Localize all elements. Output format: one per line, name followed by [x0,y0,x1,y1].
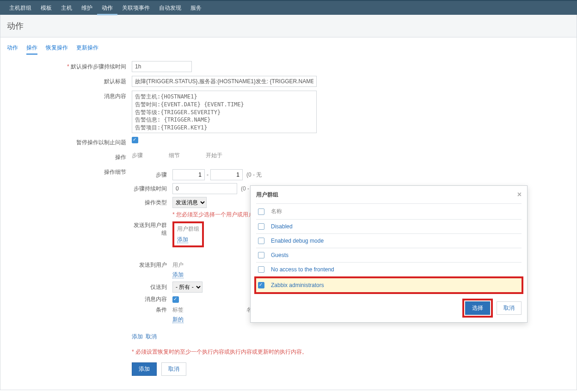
modal-title: 用户群组 [256,191,278,199]
label-condition: 条件 [132,306,172,314]
redbox-selected-group: Zabbix administrators [254,276,523,294]
new-condition-link[interactable]: 新的 [172,316,184,323]
group-row-zabbix-admins[interactable]: Zabbix administrators [256,278,522,292]
select-only-to[interactable]: - 所有 - [172,282,203,293]
cancel-op-link[interactable]: 取消 [146,333,157,341]
textarea-message-content[interactable]: 告警主机:{HOSTNAME1} 告警时间:{EVENT.DATE} {EVEN… [132,91,317,133]
group-row-guests[interactable]: Guests [256,248,522,262]
label-op-type: 操作类型 [132,199,172,207]
nav-correlation[interactable]: 关联项事件 [117,0,154,15]
nav-templates[interactable]: 模板 [36,0,56,15]
checkbox-select-all[interactable] [258,208,264,215]
add-op-link[interactable]: 添加 [132,333,143,341]
checkbox-guests[interactable] [258,252,264,258]
checkbox-zabbix-admins[interactable] [258,282,264,288]
subtab-operation[interactable]: 操作 [26,44,37,55]
nav-actions[interactable]: 动作 [97,0,117,15]
group-name[interactable]: No access to the frontend [271,266,334,273]
label-send-group: 发送到用户群组 [132,221,172,237]
ops-col-step: 步骤 [132,152,169,159]
input-step-to[interactable] [210,169,243,180]
checkbox-noaccess[interactable] [258,266,264,273]
checkbox-msg-content[interactable] [172,296,179,303]
group-row-debug[interactable]: Enabled debug mode [256,233,522,248]
content: 动作 操作 恢复操作 更新操作 默认操作步骤持续时间 默认标题 消息内容 告警主… [0,37,577,390]
ops-table-header: 步骤 细节 开始于 [132,152,243,159]
label-msg-content2: 消息内容 [132,295,172,303]
footer-warn: * 必须设置恢复时的至少一个执行内容或执行内容或更新时的执行内容。 [132,349,307,355]
nav-discovery[interactable]: 自动发现 [154,0,186,15]
group-name[interactable]: Enabled debug mode [271,238,324,244]
label-step-duration: 步骤持续时间 [132,185,172,193]
label-step: 步骤 [132,171,172,179]
ops-col-detail: 细节 [169,152,206,159]
label-message-content: 消息内容 [7,91,132,102]
close-icon[interactable]: × [517,190,522,199]
add-usergroup-link[interactable]: 添加 [177,236,188,243]
modal-col-name: 名称 [271,208,282,215]
redbox-select-btn: 选择 [462,299,493,318]
subtab-recovery[interactable]: 恢复操作 [46,44,68,55]
subtab-update[interactable]: 更新操作 [76,44,98,55]
checkbox-disabled[interactable] [258,223,264,230]
label-send-user: 发送到用户 [132,261,172,269]
page-header: 动作 [0,15,577,37]
page-title: 动作 [7,20,570,31]
cond-col-tag: 标签 [172,306,246,314]
nav-services[interactable]: 服务 [186,0,206,15]
label-default-duration: 默认操作步骤持续时间 [7,61,132,72]
input-step-duration[interactable] [172,183,237,194]
group-name[interactable]: Disabled [271,223,293,230]
input-step-from[interactable] [172,169,205,180]
label-default-title: 默认标题 [7,76,132,87]
step-hint: (0 - 无 [246,171,262,179]
usergroup-modal: 用户群组 × 名称 Disabled Enabled debug mode Gu… [250,185,528,323]
input-default-duration[interactable] [132,61,192,72]
label-operations: 操作 [7,152,132,163]
label-op-detail: 操作细节 [7,166,132,178]
modal-cancel-button[interactable]: 取消 [497,301,522,315]
label-only-to: 仅送到 [132,283,172,291]
checkbox-debug[interactable] [258,238,264,244]
group-name[interactable]: Guests [271,252,288,258]
group-name[interactable]: Zabbix administrators [271,282,324,288]
usergroup-header: 用户群组 [177,225,199,233]
add-button[interactable]: 添加 [132,362,157,376]
nav-hosts[interactable]: 主机 [56,0,77,15]
nav-maintenance[interactable]: 维护 [77,0,97,15]
modal-header-row: 名称 [256,203,522,219]
input-default-title[interactable] [132,76,317,87]
checkbox-pause[interactable] [132,137,138,143]
select-op-type[interactable]: 发送消息 [172,197,207,208]
top-nav: 主机群组 模板 主机 维护 动作 关联项事件 自动发现 服务 [0,0,577,15]
cancel-button[interactable]: 取消 [161,362,186,376]
ops-col-start: 开始于 [206,152,243,159]
label-pause: 暂停操作以制止问题 [7,137,132,148]
nav-hostgroups[interactable]: 主机群组 [5,0,36,15]
warn-must-select: * 您必须至少选择一个用户或用户组 [172,211,259,219]
redbox-usergroup: 用户群组 添加 [172,221,204,247]
subtab-action[interactable]: 动作 [7,44,18,55]
subtabs: 动作 操作 恢复操作 更新操作 [7,42,570,57]
group-row-disabled[interactable]: Disabled [256,219,522,233]
step-sep: - [207,172,209,178]
add-user-link[interactable]: 添加 [172,271,184,278]
select-button[interactable]: 选择 [465,301,490,315]
group-row-noaccess[interactable]: No access to the frontend [256,262,522,276]
